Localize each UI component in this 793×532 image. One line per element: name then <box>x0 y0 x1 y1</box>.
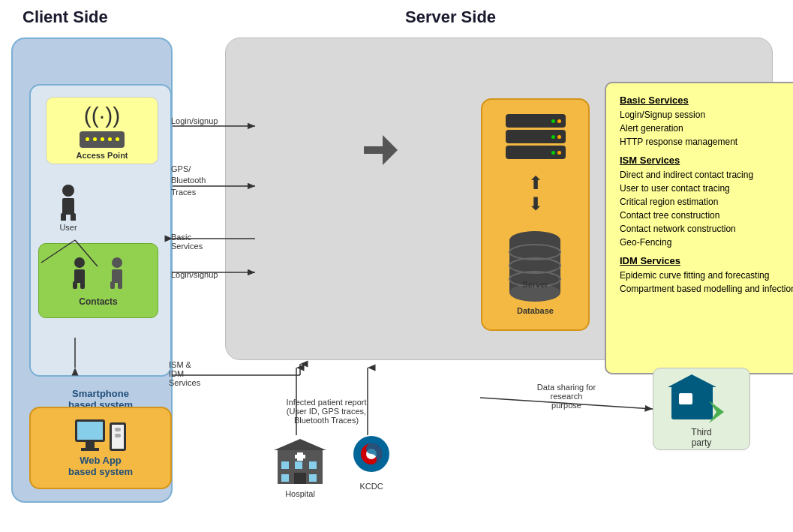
svg-rect-10 <box>112 269 122 283</box>
ism-item-5: Contact network construction <box>620 222 793 236</box>
server-dot-orange-3 <box>557 151 561 155</box>
svg-rect-26 <box>281 474 289 482</box>
ism-item-4: Contact tree construction <box>620 209 793 222</box>
login-signup-label-2: Login/signup <box>171 270 218 279</box>
svg-rect-27 <box>309 474 317 482</box>
svg-point-9 <box>112 257 122 268</box>
router-dot-1 <box>86 137 89 141</box>
server-label: Server <box>490 280 581 289</box>
server-dot-orange-2 <box>557 135 561 139</box>
server-dot-green-3 <box>551 151 555 155</box>
router-dot-3 <box>101 137 104 141</box>
contacts-box: Contacts <box>38 243 158 318</box>
router-dot-2 <box>93 137 97 141</box>
router-dot-5 <box>116 137 119 141</box>
smartphone-section: ((·)) Access Point <box>29 84 172 377</box>
svg-marker-33 <box>668 374 716 387</box>
monitor-group <box>75 419 105 451</box>
basic-services-title: Basic Services <box>620 95 793 106</box>
svg-rect-22 <box>297 452 303 461</box>
kcdc-label: KCDC <box>345 482 398 491</box>
server-side-box: ⬆⬇ Server Dat <box>225 38 773 360</box>
svg-rect-35 <box>679 393 692 404</box>
hospital-label: Hospital <box>266 489 334 498</box>
svg-rect-6 <box>74 269 85 283</box>
server-side-header: Server Side <box>405 8 496 27</box>
ism-idm-label: ISM &IDMServices <box>169 360 221 387</box>
server-orange-box: ⬆⬇ Server Dat <box>481 98 590 331</box>
svg-rect-3 <box>61 213 66 221</box>
webapp-label: Web App based system <box>68 455 133 477</box>
basic-item-3: HTTP response management <box>620 135 793 149</box>
svg-rect-8 <box>80 281 85 289</box>
svg-rect-2 <box>62 198 74 215</box>
user-area: User <box>38 183 98 232</box>
third-party-box: Thirdparty <box>653 368 750 450</box>
ism-item-2: User to user contact tracing <box>620 182 793 195</box>
server-unit-2 <box>506 130 566 143</box>
contacts-icons <box>61 255 136 293</box>
pc-icon <box>75 419 126 451</box>
svg-rect-25 <box>309 461 317 469</box>
monitor <box>75 419 105 442</box>
svg-marker-20 <box>274 439 326 450</box>
ism-item-3: Critical region estimation <box>620 195 793 209</box>
tower-btn-2 <box>115 434 121 437</box>
svg-text:((·)): ((·)) <box>84 103 120 128</box>
svg-rect-23 <box>281 461 289 469</box>
server-unit-3 <box>506 146 566 159</box>
infected-report-label: Infected patient report(User ID, GPS tra… <box>278 398 375 425</box>
client-outer-box: ((·)) Access Point <box>11 38 173 503</box>
ism-services-title: ISM Services <box>620 155 793 166</box>
svg-point-1 <box>62 185 74 197</box>
desktop-tower <box>110 422 126 451</box>
router-dot-4 <box>108 137 112 141</box>
client-side-header: Client Side <box>23 8 108 27</box>
svg-rect-28 <box>294 473 306 484</box>
database-group <box>507 228 563 311</box>
basic-item-2: Alert generation <box>620 122 793 135</box>
database-icon <box>507 228 563 311</box>
monitor-stand <box>86 442 95 448</box>
svg-rect-4 <box>71 213 76 221</box>
bidir-arrow: ⬆⬇ <box>528 173 543 215</box>
server-stack <box>506 114 566 159</box>
basic-services-label: BasicServices <box>171 233 203 251</box>
svg-rect-7 <box>73 281 77 289</box>
access-point-label: Access Point <box>76 151 128 160</box>
graduation-cap-icon <box>668 371 735 423</box>
user-icon <box>57 183 80 221</box>
wifi-icon: ((·)) <box>83 102 121 128</box>
login-signup-label-1: Login/signup <box>171 116 218 125</box>
tower-btn-1 <box>115 428 121 431</box>
database-label: Database <box>517 306 554 315</box>
basic-item-1: Login/Signup session <box>620 108 793 122</box>
svg-rect-24 <box>295 461 302 469</box>
ism-item-1: Direct and indirect contact tracing <box>620 168 793 182</box>
data-sharing-label: Data sharing forresearchpurpose <box>510 383 623 410</box>
kcdc-logo <box>349 435 394 476</box>
router-shape <box>80 131 125 148</box>
contacts-label: Contacts <box>79 296 117 307</box>
svg-rect-11 <box>110 281 115 289</box>
monitor-base <box>81 448 99 451</box>
user-label: User <box>59 223 77 232</box>
svg-point-5 <box>74 257 85 268</box>
server-unit-1 <box>506 114 566 128</box>
server-dot-green-2 <box>551 135 555 139</box>
kcdc-box: KCDC <box>345 435 398 491</box>
services-box: Basic Services Login/Signup session Aler… <box>605 82 793 374</box>
server-dot-green-1 <box>551 119 555 123</box>
ism-item-6: Geo-Fencing <box>620 236 793 249</box>
gps-bluetooth-label: GPS/BluetoothTraces <box>171 164 206 198</box>
webapp-section: Web App based system <box>29 407 172 489</box>
idm-item-2: Compartment based modelling and infectio… <box>620 282 793 296</box>
main-container: Client Side Server Side ((·)) Access Poi… <box>0 0 793 532</box>
third-party-label: Thirdparty <box>691 427 711 448</box>
hospital-icon <box>274 435 326 484</box>
idm-services-title: IDM Services <box>620 255 793 266</box>
hospital-box: Hospital <box>266 435 334 498</box>
access-point-box: ((·)) Access Point <box>46 97 158 164</box>
server-dot-orange-1 <box>557 119 561 123</box>
svg-rect-12 <box>118 281 122 289</box>
